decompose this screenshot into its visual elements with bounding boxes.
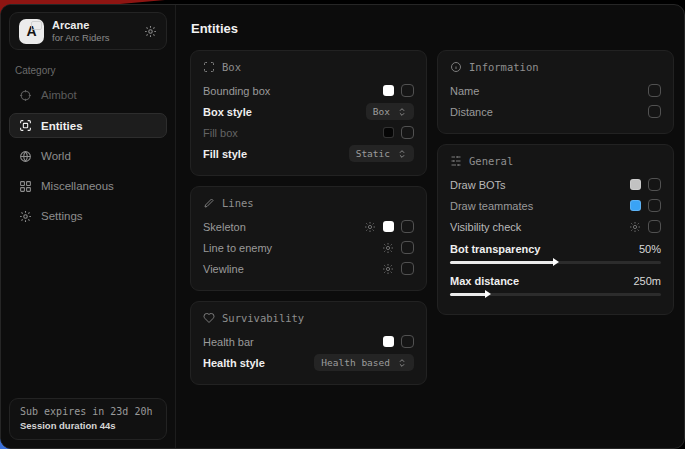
configure-gear-icon[interactable] [382,242,394,254]
slider-value: 50% [639,243,661,255]
sidebar-item-settings[interactable]: Settings [9,204,167,228]
sidebar-item-aimbot[interactable]: Aimbot [9,83,167,107]
dropdown-value: Static [356,148,390,159]
sidebar-item-label: World [41,150,71,162]
general-card-header: General [450,155,661,167]
slider-thumb[interactable] [485,290,491,298]
slider-thumb[interactable] [553,258,559,266]
heart-icon [203,312,215,324]
health-style-dropdown[interactable]: Health based [314,354,414,371]
configure-gear-icon[interactable] [382,263,394,275]
sidebar-item-entities[interactable]: Entities [9,113,167,138]
sidebar-item-label: Aimbot [41,89,77,101]
gear-icon [19,210,32,223]
main-content: Entities Box Bounding box [176,5,684,448]
setting-label: Fill style [203,148,247,160]
color-swatch[interactable] [383,221,394,232]
lines-card-header: Lines [203,197,414,209]
fill-style-dropdown[interactable]: Static [349,145,414,162]
sidebar-item-world[interactable]: World [9,144,167,168]
cheat-menu-window: A Arcane for Arc Riders Category Aimbot [0,4,685,449]
color-swatch[interactable] [383,127,394,138]
setting-row-viewline: Viewline [203,258,414,279]
setting-row-skeleton: Skeleton [203,216,414,237]
setting-row-distance: Distance [450,101,661,122]
crosshair-icon [19,89,32,102]
skeleton-checkbox[interactable] [401,220,414,233]
subscription-info: Sub expires in 23d 20h Session duration … [9,398,167,440]
setting-label: Health bar [203,336,254,348]
setting-label: Bounding box [203,85,270,97]
logo-card: A Arcane for Arc Riders [9,12,167,50]
app-title: Arcane [52,19,136,32]
gear-icon[interactable] [144,25,157,38]
desktop: A Arcane for Arc Riders Category Aimbot [0,0,685,449]
section-title: Box [222,61,241,73]
fill-box-checkbox[interactable] [401,126,414,139]
survivability-card: Survivability Health bar Health style [190,301,427,385]
section-title: Lines [222,197,254,209]
visibility-check-checkbox[interactable] [648,220,661,233]
setting-row-draw-bots: Draw BOTs [450,174,661,195]
section-title: Information [469,61,539,73]
setting-label: Visibility check [450,221,521,233]
sidebar-item-miscellaneous[interactable]: Miscellaneous [9,174,167,198]
setting-row-fill-style: Fill style Static [203,143,414,164]
right-column: Information Name Distance [437,50,674,315]
draw-bots-checkbox[interactable] [648,178,661,191]
setting-row-box-style: Box style Box [203,101,414,122]
page-title: Entities [191,21,670,36]
setting-label: Draw BOTs [450,179,506,191]
setting-row-visibility-check: Visibility check [450,216,661,237]
color-swatch[interactable] [383,85,394,96]
setting-label: Health style [203,357,265,369]
information-card-header: Information [450,61,661,73]
logo-text: Arcane for Arc Riders [52,19,136,44]
configure-gear-icon[interactable] [364,221,376,233]
color-swatch[interactable] [383,336,394,347]
line-to-enemy-checkbox[interactable] [401,241,414,254]
app-logo: A [19,19,44,44]
bot-transparency-slider[interactable] [450,261,661,264]
setting-label: Bot transparency [450,243,540,255]
dropdown-value: Health based [321,357,390,368]
setting-row-bot-transparency: Bot transparency 50% [450,239,661,258]
setting-label: Fill box [203,127,238,139]
slider-fill [450,261,556,264]
setting-row-bounding-box: Bounding box [203,80,414,101]
session-duration-text: Session duration 44s [20,419,156,432]
box-style-dropdown[interactable]: Box [366,103,414,120]
draw-teammates-checkbox[interactable] [648,199,661,212]
color-swatch[interactable] [630,179,641,190]
distance-checkbox[interactable] [648,105,661,118]
box-select-icon [19,119,32,132]
setting-label: Draw teammates [450,200,533,212]
setting-label: Viewline [203,263,244,275]
sidebar: A Arcane for Arc Riders Category Aimbot [1,5,176,448]
sub-expiry-text: Sub expires in 23d 20h [20,405,156,419]
color-swatch[interactable] [630,200,641,211]
grid-icon [19,180,32,193]
setting-label: Skeleton [203,221,246,233]
setting-row-health-bar: Health bar [203,331,414,352]
pencil-line-icon [203,197,215,209]
configure-gear-icon[interactable] [629,221,641,233]
viewline-checkbox[interactable] [401,262,414,275]
sidebar-item-label: Miscellaneous [41,180,114,192]
name-checkbox[interactable] [648,84,661,97]
lines-card: Lines Skeleton [190,186,427,291]
setting-row-draw-teammates: Draw teammates [450,195,661,216]
slider-fill [450,293,488,296]
max-distance-slider[interactable] [450,293,661,296]
information-card: Information Name Distance [437,50,674,134]
health-bar-checkbox[interactable] [401,335,414,348]
setting-row-health-style: Health style Health based [203,352,414,373]
left-column: Box Bounding box Box style [190,50,427,385]
chevrons-up-down-icon [397,358,407,368]
chevrons-up-down-icon [397,149,407,159]
bounding-box-checkbox[interactable] [401,84,414,97]
dropdown-value: Box [373,106,390,117]
section-title: Survivability [222,312,304,324]
box-card-header: Box [203,61,414,73]
box-card: Box Bounding box Box style [190,50,427,176]
